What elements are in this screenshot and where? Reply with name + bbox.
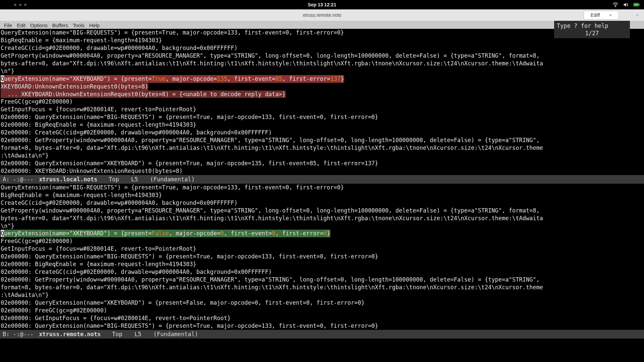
emacs-title: xtruss.remote.nots	[303, 12, 341, 18]
buffer-a[interactable]: QueryExtension(name="BIG-REQUESTS") = {p…	[0, 29, 644, 175]
window-traffic-lights[interactable]	[14, 4, 26, 6]
modeline-a-line: L5	[131, 176, 138, 183]
svg-rect-3	[634, 4, 638, 6]
battery-icon[interactable]	[633, 3, 640, 7]
text-line: 02e00000: XKEYBOARD:UnknownExtensionRequ…	[1, 168, 182, 174]
text-line: 02e00000: QueryExtension(name="XKEYBOARD…	[1, 299, 365, 306]
buffer-b[interactable]: QueryExtension(name="BIG-REQUESTS") = {p…	[0, 184, 644, 330]
menu-file[interactable]: File	[2, 22, 14, 29]
text-line: BigReqEnable = {maximum-request-length=4…	[1, 37, 162, 44]
text-line: 02e00000: BigReqEnable = {maximum-reques…	[1, 261, 196, 267]
modeline-a-pre: A: -:@---	[3, 176, 34, 183]
text-line: :\tAdwaita\n"}	[1, 292, 49, 298]
text-line: \n"}	[1, 68, 14, 74]
modeline-b-mode: (Fundamental)	[154, 331, 198, 338]
text-line: FreeGC(gc=g#02E00000)	[1, 238, 73, 244]
emacs-title-bar: xtruss.remote.nots Ediff × ×	[0, 9, 644, 21]
text-line: 02e00000: QueryExtension(name="XKEYBOARD…	[1, 160, 378, 167]
svg-rect-2	[639, 4, 640, 6]
wifi-icon[interactable]	[612, 2, 619, 7]
modeline-a-mode: (Fundamental)	[150, 176, 195, 183]
modeline-a-pos: Top	[109, 176, 119, 183]
ediff-tab-label: Ediff	[591, 12, 600, 18]
modeline-b: B: -:@--- xtruss.remote.nots Top L5 (Fun…	[0, 330, 644, 339]
text-line: 02e00000: CreateGC(cid=g#02E00000, drawa…	[1, 129, 272, 136]
modeline-b-pre: B: -:@---	[3, 331, 34, 338]
text-line: CreateGC(cid=g#02E00000, drawable=wp#000…	[1, 199, 237, 206]
text-line: \n"}	[1, 223, 14, 229]
text-line: 02e00000: QueryExtension(name="BIG-REQUE…	[1, 114, 378, 120]
diff-b-line1: QueryExtension(name="XKEYBOARD") = {pres…	[1, 230, 330, 237]
cursor: Q	[1, 230, 4, 237]
text-line: QueryExtension(name="BIG-REQUESTS") = {p…	[1, 184, 344, 191]
menu-buffers[interactable]: Buffers	[50, 22, 70, 29]
text-line: bytes-after=0, data="Xft.dpi:\t96\nXft.a…	[1, 215, 543, 222]
diff-a-line2: XKEYBOARD:UnknownExtensionRequest0(bytes…	[1, 83, 148, 90]
ediff-diff-counter: 1/27	[557, 29, 627, 37]
emacs-menu-bar: File Edit Options Buffers Tools Help	[0, 21, 644, 29]
text-line: 02e00000: QueryExtension(name="BIG-REQUE…	[1, 322, 378, 329]
text-line: FreeGC(gc=g#02E00000)	[1, 98, 73, 105]
modeline-a-file: xtruss.local.nots	[39, 176, 97, 183]
text-line: format=8, bytes-after=0, data="Xft.dpi:\…	[1, 284, 543, 291]
tab-close-icon[interactable]: ×	[609, 13, 612, 18]
text-line: format=8, bytes-after=0, data="Xft.dpi:\…	[1, 144, 543, 151]
ediff-help-line1: Type ? for help	[557, 22, 627, 29]
volume-icon[interactable]	[623, 2, 629, 7]
menu-options[interactable]: Options	[28, 22, 50, 29]
ediff-help-box: Type ? for help 1/27	[554, 21, 630, 38]
text-line: GetProperty(window=w#000004A0, property=…	[1, 52, 543, 59]
diff-a-line1: QueryExtension(name="XKEYBOARD") = {pres…	[1, 75, 344, 83]
text-line: :\tAdwaita\n"}	[1, 152, 49, 159]
text-line: CreateGC(cid=g#02E00000, drawable=wp#000…	[1, 45, 237, 51]
window-close-icon[interactable]: ×	[631, 9, 644, 21]
text-line: 02e00000: CreateGC(cid=g#02E00000, drawa…	[1, 268, 272, 275]
text-line: 02e00000: GetProperty(window=w#000004A0,…	[1, 137, 543, 143]
mac-menu-bar: Sep 13 12:21	[0, 0, 644, 9]
text-line: bytes-after=0, data="Xft.dpi:\t96\nXft.a…	[1, 60, 543, 67]
menu-edit[interactable]: Edit	[15, 22, 28, 29]
diff-a-line3: ... XKEYBOARD:UnknownExtensionRequest0(b…	[1, 90, 286, 98]
text-line: GetInputFocus = {focus=w#0280014E, rever…	[1, 106, 196, 113]
modeline-b-file: xtruss.remote.nots	[39, 331, 101, 338]
text-line: 02e00000: GetInputFocus = {focus=w#02800…	[1, 315, 231, 321]
modeline-b-pos: Top	[112, 331, 122, 338]
cursor: Q	[1, 75, 4, 82]
modeline-b-line: L5	[135, 331, 141, 338]
text-line: 02e00000: BigReqEnable = {maximum-reques…	[1, 121, 196, 128]
text-line: QueryExtension(name="BIG-REQUESTS") = {p…	[1, 29, 344, 36]
ediff-tab[interactable]: Ediff ×	[584, 11, 619, 19]
mac-clock: Sep 13 12:21	[308, 2, 336, 7]
modeline-a: A: -:@--- xtruss.local.nots Top L5 (Fund…	[0, 175, 644, 184]
text-line: 02e00000: FreeGC(gc=g#02E00000)	[1, 307, 107, 314]
text-line: GetInputFocus = {focus=w#0280014E, rever…	[1, 245, 196, 252]
svg-point-0	[615, 6, 616, 7]
text-line: GetProperty(window=w#000004A0, property=…	[1, 207, 543, 214]
menu-help[interactable]: Help	[87, 22, 102, 29]
text-line: 02e00000: QueryExtension(name="BIG-REQUE…	[1, 253, 378, 260]
text-line: 02e00000: GetProperty(window=w#000004A0,…	[1, 276, 543, 283]
text-line: BigReqEnable = {maximum-request-length=4…	[1, 192, 162, 198]
menu-tools[interactable]: Tools	[71, 22, 87, 29]
